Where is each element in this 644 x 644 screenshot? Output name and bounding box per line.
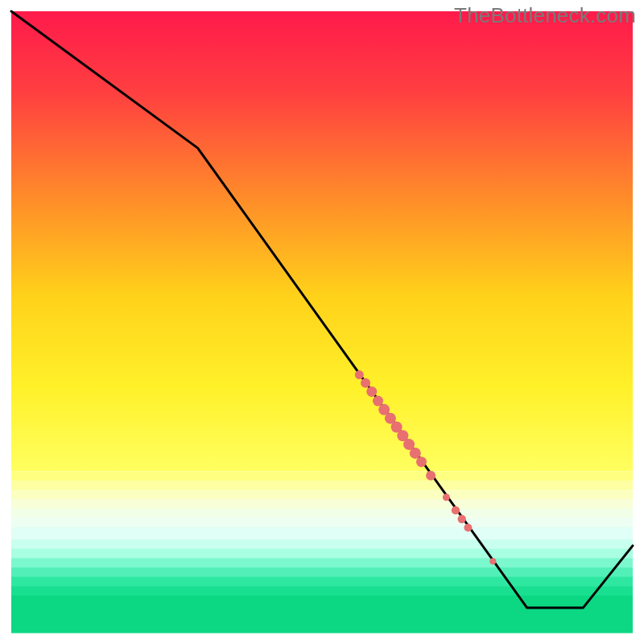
data-marker	[489, 558, 496, 564]
data-marker	[373, 396, 383, 407]
svg-rect-9	[11, 549, 633, 559]
svg-rect-3	[11, 489, 633, 499]
watermark-text: TheBottleneck.com	[454, 3, 636, 28]
chart-svg	[0, 0, 644, 644]
svg-rect-12	[11, 577, 633, 587]
svg-rect-5	[11, 509, 633, 518]
svg-rect-14	[11, 596, 633, 634]
svg-rect-13	[11, 586, 633, 596]
svg-rect-1	[11, 471, 633, 481]
data-marker	[458, 515, 466, 523]
bottleneck-chart: TheBottleneck.com	[0, 0, 644, 644]
svg-rect-6	[11, 518, 633, 527]
data-marker	[452, 506, 460, 514]
svg-rect-4	[11, 499, 633, 509]
data-marker	[410, 448, 421, 459]
svg-rect-2	[11, 481, 633, 490]
data-marker	[355, 370, 364, 379]
svg-rect-7	[11, 527, 633, 540]
data-marker	[366, 386, 377, 397]
data-marker	[443, 493, 450, 501]
data-marker	[426, 471, 436, 481]
svg-rect-10	[11, 558, 633, 568]
svg-rect-11	[11, 568, 633, 577]
data-marker	[464, 524, 472, 532]
svg-rect-8	[11, 539, 633, 549]
data-marker	[416, 456, 427, 467]
data-marker	[361, 378, 370, 388]
